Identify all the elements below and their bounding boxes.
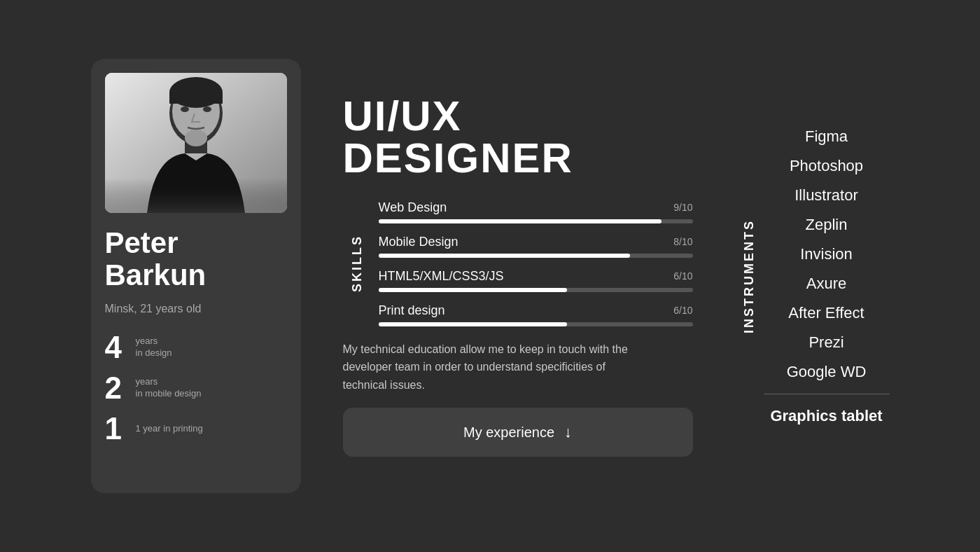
skill-header: Mobile Design 8/10: [379, 235, 693, 249]
skill-item: HTML5/XML/CSS3/JS 6/10: [379, 269, 693, 292]
skill-bar-fill: [379, 288, 567, 292]
stat-text-mobile: years in mobile design: [136, 376, 202, 400]
stat-item-printing: 1 1 year in printing: [105, 413, 287, 444]
instrument-item: Figma: [764, 123, 890, 150]
stat-number-mobile: 2: [105, 373, 126, 403]
skill-name: Mobile Design: [379, 235, 458, 249]
skill-name: Web Design: [379, 200, 447, 215]
skill-score: 6/10: [673, 305, 692, 316]
stat-item-mobile: 2 years in mobile design: [105, 373, 287, 403]
skill-name: Print design: [379, 303, 445, 318]
profile-photo: [105, 73, 287, 213]
skill-bar-bg: [379, 322, 693, 326]
stat-label-design-1: years: [136, 336, 172, 347]
instrument-item: Invision: [764, 241, 890, 268]
instrument-item: After Effect: [764, 300, 890, 326]
stat-item-design: 4 years in design: [105, 332, 287, 363]
skill-header: Web Design 9/10: [379, 200, 693, 215]
stat-text-printing: 1 year in printing: [136, 423, 203, 435]
stat-text-design: years in design: [136, 336, 172, 359]
svg-point-8: [203, 106, 211, 112]
skill-score: 6/10: [673, 270, 692, 282]
instruments-list: FigmaPhotoshopIllustratorZeplinInvisionA…: [764, 123, 890, 429]
profile-stats: 4 years in design 2 years in mobile desi…: [105, 332, 287, 444]
instrument-item: Zeplin: [764, 212, 890, 238]
skills-section-label: Skills: [343, 235, 365, 292]
skill-header: Print design 6/10: [379, 303, 693, 318]
skill-score: 8/10: [673, 236, 692, 247]
instruments-section: Instruments FigmaPhotoshopIllustratorZep…: [735, 123, 890, 429]
stat-number-printing: 1: [105, 413, 126, 444]
skill-name: HTML5/XML/CSS3/JS: [379, 269, 504, 284]
svg-point-7: [181, 106, 189, 112]
instrument-item: Illustrator: [764, 182, 890, 209]
skills-section: Skills Web Design 9/10 Mobile Design 8/1…: [343, 200, 693, 326]
skill-item: Print design 6/10: [379, 303, 693, 326]
instrument-item: Photoshop: [764, 153, 890, 179]
page-title: UI/UX DESIGNER: [343, 95, 693, 179]
description-text: My technical education allow me to keep …: [343, 340, 644, 394]
skill-bar-bg: [379, 219, 693, 223]
skill-bar-bg: [379, 254, 693, 258]
skills-list: Web Design 9/10 Mobile Design 8/10 HTML5…: [379, 200, 693, 326]
profile-card: Peter Barkun Minsk, 21 years old 4 years…: [91, 59, 301, 493]
arrow-down-icon: ↓: [564, 423, 572, 441]
profile-name: Peter Barkun: [105, 227, 287, 291]
svg-point-9: [185, 130, 207, 146]
skill-bar-fill: [379, 254, 630, 258]
skill-item: Web Design 9/10: [379, 200, 693, 223]
experience-button-label: My experience: [463, 425, 554, 441]
stat-label-mobile-1: years: [136, 376, 202, 388]
stat-label-design-2: in design: [136, 347, 172, 359]
instruments-divider: [764, 394, 890, 394]
skill-header: HTML5/XML/CSS3/JS 6/10: [379, 269, 693, 284]
instrument-hardware-item: Graphics tablet: [764, 403, 890, 429]
instrument-item: Prezi: [764, 329, 890, 356]
skill-bar-bg: [379, 288, 693, 292]
stat-label-mobile-2: in mobile design: [136, 388, 202, 400]
skill-score: 9/10: [673, 202, 692, 213]
instrument-item: Axure: [764, 270, 890, 297]
stat-number-design: 4: [105, 332, 126, 363]
page-container: Peter Barkun Minsk, 21 years old 4 years…: [0, 0, 980, 552]
main-content: UI/UX DESIGNER Skills Web Design 9/10 Mo…: [343, 95, 693, 457]
instruments-section-label: Instruments: [735, 219, 757, 333]
skill-item: Mobile Design 8/10: [379, 235, 693, 258]
experience-button[interactable]: My experience ↓: [343, 408, 693, 457]
svg-rect-10: [105, 178, 287, 213]
skill-bar-fill: [379, 322, 567, 326]
svg-rect-6: [169, 92, 223, 104]
instrument-item: Google WD: [764, 359, 890, 385]
profile-location: Minsk, 21 years old: [105, 303, 287, 315]
skill-bar-fill: [379, 219, 662, 223]
stat-label-printing-1: 1 year in printing: [136, 423, 203, 435]
